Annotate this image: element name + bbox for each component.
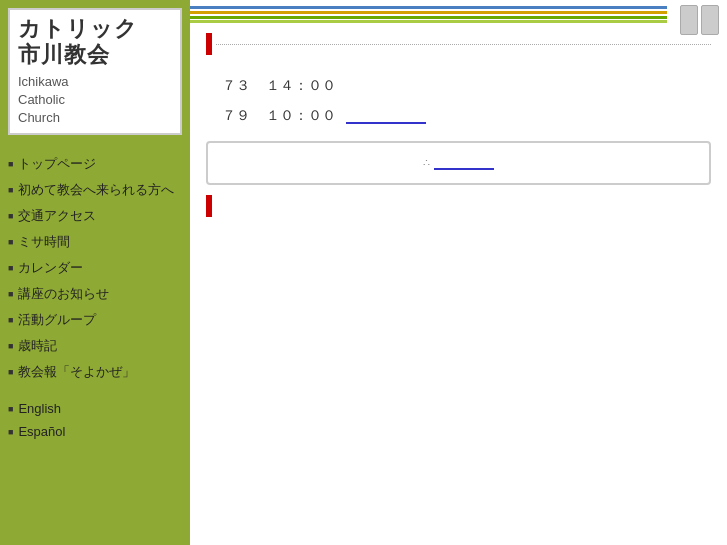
nav-item-english[interactable]: English: [0, 397, 190, 420]
box-content: ∴: [423, 156, 494, 170]
table-row: ７９ １０：００: [206, 101, 711, 131]
logo-english: Ichikawa Catholic Church: [18, 73, 172, 128]
nav-item-top[interactable]: トップページ: [0, 151, 190, 177]
nav-item-calendar[interactable]: カレンダー: [0, 255, 190, 281]
nav-item-activities[interactable]: 活動グループ: [0, 307, 190, 333]
logo-box: カトリック 市川教会 Ichikawa Catholic Church: [8, 8, 182, 135]
logo-japanese: カトリック 市川教会: [18, 16, 172, 69]
row-time: １０：００: [266, 107, 346, 125]
section-divider-bottom: [206, 195, 711, 217]
info-box: ∴: [206, 141, 711, 185]
nav-item-access[interactable]: 交通アクセス: [0, 203, 190, 229]
table-row: ７３ １４：００: [206, 71, 711, 101]
nav-item-newsletter[interactable]: 教会報「そよかぜ」: [0, 359, 190, 385]
row-underline: [346, 108, 426, 124]
main-area: ７３ １４：００ ７９ １０：００ ∴: [190, 0, 727, 545]
nav-item-seasons[interactable]: 歳時記: [0, 333, 190, 359]
nav-item-lecture[interactable]: 講座のお知らせ: [0, 281, 190, 307]
red-square-icon: [206, 33, 212, 55]
schedule-table: ７３ １４：００ ７９ １０：００: [206, 71, 711, 131]
content-area: ７３ １４：００ ７９ １０：００ ∴: [190, 23, 727, 545]
dots-icon: ∴: [423, 157, 430, 170]
dotted-separator: [216, 44, 711, 45]
box-underline: [434, 156, 494, 170]
nav-menu: トップページ 初めて教会へ来られる方へ 交通アクセス ミサ時間 カレンダー 講座…: [0, 151, 190, 545]
nav-item-first-visit[interactable]: 初めて教会へ来られる方へ: [0, 177, 190, 203]
row-time: １４：００: [266, 77, 346, 95]
nav-item-mass-time[interactable]: ミサ時間: [0, 229, 190, 255]
row-number: ７９: [206, 107, 266, 125]
section-divider-top: [206, 33, 711, 55]
sidebar: カトリック 市川教会 Ichikawa Catholic Church トップペ…: [0, 0, 190, 545]
red-square-icon-bottom: [206, 195, 212, 217]
row-number: ７３: [206, 77, 266, 95]
nav-item-espanol[interactable]: Español: [0, 420, 190, 443]
